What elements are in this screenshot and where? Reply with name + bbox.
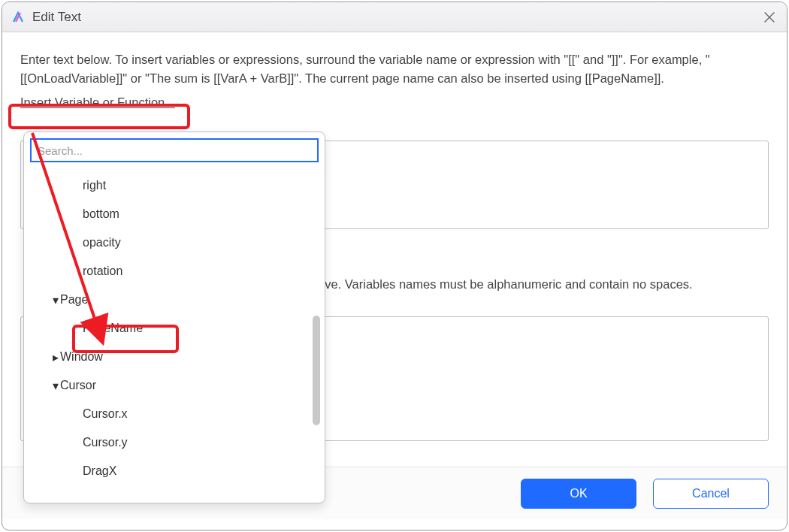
list-item-label: bottom	[83, 207, 119, 221]
list-group-label: Page	[60, 293, 88, 307]
list-group-page[interactable]: ▾ Page	[24, 286, 325, 314]
ok-button-label: OK	[570, 487, 587, 500]
cancel-button[interactable]: Cancel	[653, 479, 769, 509]
ok-button[interactable]: OK	[521, 479, 636, 509]
chevron-right-icon: ▸	[53, 350, 59, 364]
titlebar: Edit Text	[2, 2, 787, 32]
chevron-down-icon: ▾	[53, 293, 59, 307]
list-item-label: Cursor.x	[83, 407, 128, 421]
list-item-label: opacity	[83, 236, 121, 249]
chevron-down-icon: ▾	[53, 379, 59, 393]
close-icon[interactable]	[761, 9, 778, 26]
cancel-button-label: Cancel	[692, 487, 730, 500]
list-group-cursor[interactable]: ▾ Cursor	[24, 371, 325, 400]
list-group-window[interactable]: ▸ Window	[24, 343, 325, 371]
list-item-label: rotation	[83, 264, 122, 278]
variable-list: right bottom opacity rotation ▾ Page Pag…	[24, 168, 325, 485]
search-input[interactable]	[30, 138, 319, 162]
scrollbar-thumb[interactable]	[313, 316, 320, 425]
list-item[interactable]: DragX	[24, 457, 325, 485]
app-logo-icon	[11, 11, 25, 24]
list-item-label: PageName	[83, 322, 143, 335]
list-item[interactable]: bottom	[24, 200, 325, 228]
list-item-pagename[interactable]: PageName	[24, 314, 325, 343]
list-item-label: Cursor.y	[83, 436, 128, 449]
list-item[interactable]: opacity	[24, 228, 325, 257]
list-item-label: DragX	[83, 464, 116, 478]
list-item[interactable]: Cursor.x	[24, 400, 325, 428]
list-item[interactable]: rotation	[24, 257, 325, 286]
list-group-label: Cursor	[60, 379, 96, 392]
insert-variable-link[interactable]: Insert Variable or Function...	[20, 95, 175, 110]
local-vars-hint-text: ove. Variables names must be alphanumeri…	[318, 277, 693, 292]
list-item-label: right	[83, 179, 106, 192]
variable-dropdown: right bottom opacity rotation ▾ Page Pag…	[23, 131, 325, 503]
dialog-body: Enter text below. To insert variables or…	[2, 32, 787, 110]
dialog-window: Edit Text Enter text below. To insert va…	[2, 2, 787, 530]
list-item[interactable]: Cursor.y	[24, 428, 325, 457]
list-item[interactable]: right	[24, 171, 325, 200]
instruction-text: Enter text below. To insert variables or…	[20, 50, 769, 88]
list-group-label: Window	[60, 350, 103, 364]
window-title: Edit Text	[32, 10, 81, 25]
